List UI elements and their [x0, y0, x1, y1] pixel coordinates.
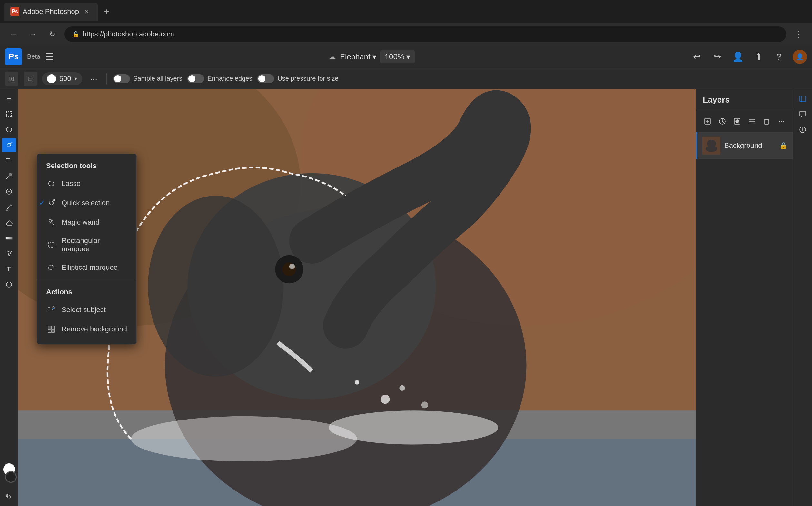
select-subject-menu-item[interactable]: Select subject — [37, 300, 136, 320]
svg-point-4 — [6, 282, 12, 287]
forward-button[interactable]: → — [26, 27, 40, 41]
quick-selection-menu-item[interactable]: ✓ Quick selection — [37, 193, 136, 213]
lock-icon: 🔒 — [72, 31, 79, 38]
canvas[interactable]: Selection tools Lasso ✓ — [18, 89, 696, 506]
document-name[interactable]: Elephant ▾ — [340, 52, 376, 61]
tool-shape[interactable] — [2, 277, 16, 292]
group-layer-button[interactable] — [745, 115, 758, 128]
svg-point-26 — [49, 220, 52, 222]
svg-rect-38 — [52, 330, 55, 332]
doc-name-chevron: ▾ — [373, 52, 376, 61]
tool-eyedropper[interactable] — [2, 169, 16, 183]
sample-all-toggle-group: Sample all layers — [113, 74, 182, 83]
layer-thumbnail — [702, 137, 720, 155]
remove-background-menu-item[interactable]: Remove background — [37, 320, 136, 339]
svg-point-50 — [706, 146, 717, 152]
redo-button[interactable]: ↪ — [710, 50, 724, 64]
svg-point-19 — [381, 395, 390, 404]
add-selection-button[interactable]: ⊞ — [5, 72, 18, 86]
zoom-chevron: ▾ — [406, 52, 410, 61]
adjustment-layer-button[interactable] — [716, 115, 728, 128]
quick-selection-icon — [46, 198, 57, 208]
tab-favicon: Ps — [10, 7, 19, 16]
more-layer-options[interactable]: ··· — [775, 115, 788, 128]
svg-rect-36 — [52, 326, 55, 329]
user-avatar[interactable]: 👤 — [793, 50, 807, 64]
reload-button[interactable]: ↻ — [45, 27, 59, 41]
toolbar-right: ↩ ↪ 👤 ⬆ ? 👤 — [690, 50, 807, 64]
help-button[interactable]: ? — [772, 50, 786, 64]
enhance-edges-toggle[interactable] — [187, 74, 204, 83]
layer-name: Background — [724, 141, 776, 150]
browser-menu-button[interactable]: ⋮ — [791, 27, 806, 41]
separator — [106, 73, 107, 85]
tool-move[interactable] — [2, 92, 16, 106]
browser-tab[interactable]: Ps Adobe Photoshop × — [4, 3, 98, 21]
undo-button[interactable]: ↩ — [690, 50, 704, 64]
rectangular-marquee-icon — [46, 240, 57, 250]
rectangular-marquee-menu-item[interactable]: Rectangular marquee — [37, 232, 136, 258]
address-input[interactable]: 🔒 https://photoshop.adobe.com — [65, 26, 786, 42]
magic-wand-menu-item[interactable]: Magic wand — [37, 213, 136, 232]
check-icon: ✓ — [39, 199, 45, 207]
back-button[interactable]: ← — [6, 27, 21, 41]
selection-tools-title: Selection tools — [37, 159, 136, 174]
remove-background-icon — [46, 324, 57, 334]
svg-point-32 — [48, 265, 54, 270]
pressure-toggle[interactable] — [257, 74, 274, 83]
more-options-button[interactable]: ··· — [87, 74, 100, 84]
add-layer-button[interactable] — [701, 115, 714, 128]
cloud-icon: ☁ — [328, 52, 336, 61]
enhance-edges-label: Enhance edges — [207, 75, 252, 82]
comments-button[interactable] — [796, 107, 810, 121]
tool-marquee[interactable] — [2, 107, 16, 121]
subtract-selection-button[interactable]: ⊟ — [23, 72, 37, 86]
canvas-area[interactable]: Selection tools Lasso ✓ — [18, 89, 696, 506]
tool-crop[interactable] — [2, 154, 16, 168]
tool-text[interactable]: T — [2, 262, 16, 276]
tool-pen[interactable] — [2, 247, 16, 261]
layers-panel-title: Layers — [696, 89, 793, 111]
menu-divider — [37, 281, 136, 281]
info-button[interactable] — [796, 122, 810, 137]
browser-chrome: Ps Adobe Photoshop × + ← → ↻ 🔒 https://p… — [0, 0, 812, 45]
tool-eraser[interactable] — [2, 216, 16, 230]
elliptical-marquee-menu-item[interactable]: Elliptical marquee — [37, 258, 136, 277]
zoom-control[interactable]: 100% ▾ — [380, 50, 415, 63]
properties-panel-button[interactable] — [796, 92, 810, 106]
tool-heal[interactable] — [2, 185, 16, 199]
select-subject-label: Select subject — [62, 306, 106, 314]
tool-quick-select[interactable] — [2, 138, 16, 152]
new-tab-button[interactable]: + — [100, 5, 113, 18]
lasso-menu-item[interactable]: Lasso — [37, 174, 136, 193]
svg-point-12 — [323, 309, 368, 343]
sample-all-label: Sample all layers — [133, 75, 182, 82]
account-button[interactable]: 👤 — [731, 50, 745, 64]
delete-layer-button[interactable] — [760, 115, 773, 128]
layer-item-background[interactable]: Background 🔒 — [696, 132, 793, 159]
toolbar-center: ☁ Elephant ▾ 100% ▾ — [59, 50, 684, 63]
svg-rect-31 — [48, 243, 54, 247]
svg-rect-3 — [6, 237, 12, 240]
tool-lasso[interactable] — [2, 122, 16, 137]
layers-panel: Layers ··· — [696, 89, 793, 506]
quick-selection-label: Quick selection — [62, 199, 110, 207]
brush-size-arrow: ▾ — [75, 76, 77, 82]
background-color[interactable] — [5, 471, 17, 483]
tool-brush[interactable] — [2, 200, 16, 214]
tab-close-button[interactable]: × — [82, 7, 91, 16]
tool-gradient[interactable] — [2, 231, 16, 245]
svg-point-16 — [289, 264, 295, 269]
svg-rect-0 — [6, 112, 12, 117]
url-text: https://photoshop.adobe.com — [83, 30, 174, 38]
svg-point-45 — [735, 120, 739, 123]
tool-hand[interactable] — [2, 489, 16, 503]
layers-toolbar: ··· — [696, 111, 793, 132]
sample-all-toggle[interactable] — [113, 74, 130, 83]
subtract-icon: ⊟ — [27, 75, 33, 83]
svg-point-18 — [329, 411, 498, 444]
share-button[interactable]: ⬆ — [751, 50, 766, 64]
hamburger-menu[interactable]: ☰ — [45, 51, 54, 62]
mask-button[interactable] — [731, 115, 743, 128]
brush-size-control[interactable]: 500 ▾ — [42, 72, 82, 85]
